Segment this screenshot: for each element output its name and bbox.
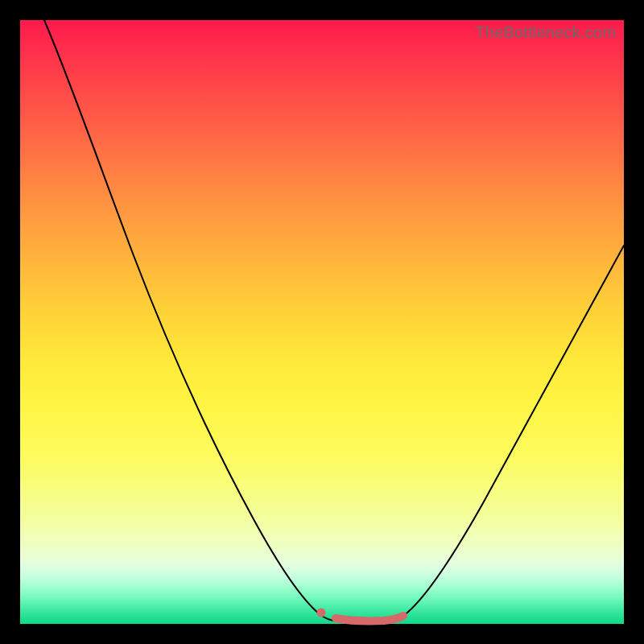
optimal-start-dot [317, 609, 326, 617]
optimal-range-marker [336, 616, 403, 621]
right-curve [398, 246, 624, 619]
left-curve [44, 20, 336, 621]
chart-svg [20, 20, 624, 624]
plot-area: TheBottleneck.com [20, 20, 624, 624]
chart-frame: TheBottleneck.com [0, 0, 644, 644]
